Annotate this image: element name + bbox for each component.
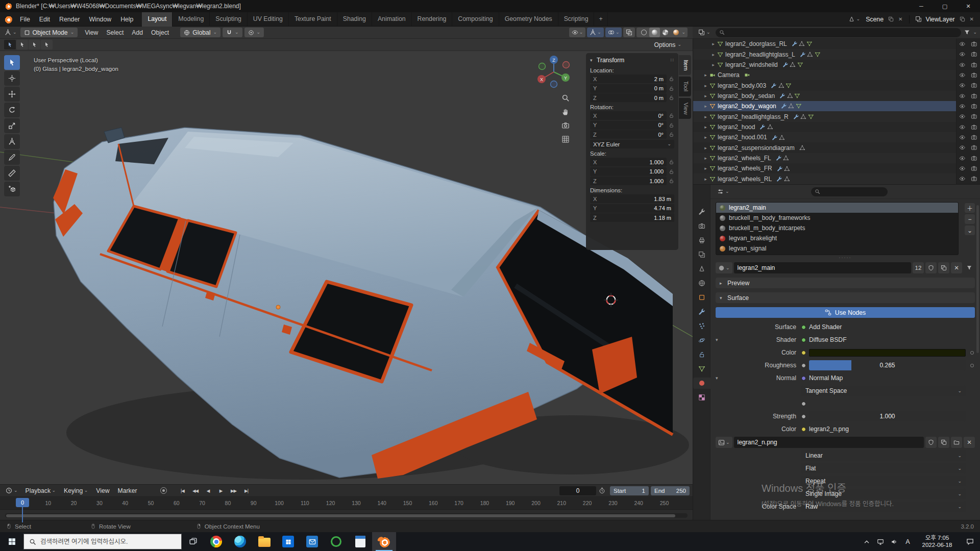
menu-window[interactable]: Window bbox=[84, 16, 116, 23]
new-image-button[interactable] bbox=[938, 437, 949, 448]
disable-in-renders-toggle[interactable] bbox=[968, 176, 980, 182]
nav-pan-button[interactable] bbox=[561, 108, 570, 116]
hide-in-viewport-toggle[interactable] bbox=[957, 51, 968, 58]
surface-shader-selector[interactable]: Add Shader bbox=[801, 323, 966, 331]
material-name-field[interactable]: legran2_main bbox=[734, 262, 911, 273]
disable-in-renders-toggle[interactable] bbox=[968, 113, 980, 120]
taskbar-app-blender[interactable] bbox=[372, 532, 396, 551]
source-dropdown[interactable]: Single Image ⌄ bbox=[801, 489, 966, 499]
tool-transform-button[interactable] bbox=[4, 134, 20, 149]
lock-toggle[interactable] bbox=[669, 169, 674, 174]
nav-camera-button[interactable] bbox=[561, 121, 570, 130]
transport-play-reverse-button[interactable]: ◀ bbox=[202, 486, 214, 495]
taskbar-clock[interactable]: 오후 7:05 2022-06-18 bbox=[915, 535, 960, 548]
hide-in-viewport-toggle[interactable] bbox=[957, 103, 968, 110]
outliner-item[interactable]: ▸legran2_doorglass_RL bbox=[693, 39, 980, 49]
shading-rendered-button[interactable] bbox=[671, 28, 681, 37]
tool-move-button[interactable] bbox=[4, 87, 20, 102]
expand-arrow-icon[interactable]: ▸ bbox=[710, 41, 716, 46]
use-nodes-button[interactable]: Use Nodes bbox=[716, 307, 975, 318]
expand-arrow-icon[interactable]: ▸ bbox=[703, 177, 708, 182]
hide-in-viewport-toggle[interactable] bbox=[957, 144, 968, 151]
minimize-button[interactable]: ─ bbox=[910, 0, 933, 12]
sidebar-tab-tool[interactable]: Tool bbox=[679, 77, 691, 96]
menu-help[interactable]: Help bbox=[116, 16, 138, 23]
expand-arrow-icon[interactable]: ▸ bbox=[710, 52, 716, 57]
expand-arrow-icon[interactable]: ▸ bbox=[703, 104, 708, 109]
options-dropdown[interactable]: Options ⌄ bbox=[654, 41, 689, 48]
transport-play-button[interactable]: ▶ bbox=[214, 486, 227, 495]
lock-toggle[interactable] bbox=[669, 76, 674, 82]
material-slot[interactable]: bruckell_m_body_frameworks bbox=[716, 213, 958, 223]
workspace-tab-animation[interactable]: Animation bbox=[372, 12, 412, 27]
workspace-tab-texture-paint[interactable]: Texture Paint bbox=[289, 12, 337, 27]
expand-arrow-icon[interactable]: ▸ bbox=[703, 93, 708, 98]
nav-grid-button[interactable] bbox=[561, 135, 570, 143]
properties-tab-tool[interactable] bbox=[694, 206, 709, 217]
disable-in-renders-toggle[interactable] bbox=[968, 134, 980, 141]
overlays-dropdown[interactable]: ⌄ bbox=[605, 28, 622, 37]
normal-color-selector[interactable]: legran2_n.png bbox=[801, 425, 966, 433]
lock-toggle[interactable] bbox=[669, 95, 674, 101]
blender-menu-icon[interactable] bbox=[4, 15, 12, 23]
workspace-tab-uv-editing[interactable]: UV Editing bbox=[248, 12, 289, 27]
timeline-menu-marker[interactable]: Marker bbox=[114, 485, 141, 497]
projection-dropdown[interactable]: Flat ⌄ bbox=[801, 463, 966, 473]
expand-arrow-icon[interactable]: ▸ bbox=[703, 124, 708, 130]
timeline-scrollbar[interactable] bbox=[5, 513, 688, 518]
normal-space-dropdown[interactable]: Tangent Space ⌄ bbox=[801, 386, 966, 396]
menu-edit[interactable]: Edit bbox=[35, 16, 55, 23]
editor-type-3d-viewport-button[interactable]: ⌄ bbox=[2, 29, 19, 36]
hide-in-viewport-toggle[interactable] bbox=[957, 165, 968, 172]
tool-select-box-button[interactable] bbox=[4, 55, 20, 70]
properties-tab-constraints[interactable] bbox=[694, 349, 709, 360]
xray-toggle[interactable] bbox=[623, 28, 635, 37]
image-name-field[interactable]: legran2_n.png bbox=[734, 437, 924, 448]
taskbar-app-edge[interactable] bbox=[228, 532, 252, 551]
transform-panel-header[interactable]: ▾ Transform ⁝⁝ bbox=[590, 55, 674, 65]
tool-cursor-button[interactable] bbox=[4, 71, 20, 86]
properties-tab-output[interactable] bbox=[694, 235, 709, 246]
tool-annotate-button[interactable] bbox=[4, 150, 20, 165]
list-resize-grip[interactable]: ∙∙∙∙∙ bbox=[716, 255, 975, 260]
add-slot-button[interactable]: ＋ bbox=[965, 203, 975, 213]
properties-tab-scene[interactable] bbox=[694, 263, 709, 274]
unlink-image-button[interactable]: ✕ bbox=[964, 437, 975, 448]
proportional-editing-dropdown[interactable]: ⌄ bbox=[244, 28, 264, 37]
expand-arrow-icon[interactable]: ▸ bbox=[703, 145, 708, 151]
properties-tab-texture[interactable] bbox=[694, 392, 709, 403]
unlink-material-button[interactable]: ✕ bbox=[951, 262, 962, 273]
transform-dimensions-y-field[interactable]: Y4.74 m bbox=[590, 204, 674, 213]
tool-scale-button[interactable] bbox=[4, 118, 20, 133]
transform-location-y-field[interactable]: Y0 m bbox=[590, 84, 667, 93]
disable-in-renders-toggle[interactable] bbox=[968, 165, 980, 172]
timeline-menu-playback[interactable]: Playback ⌄ bbox=[21, 485, 60, 497]
fake-user-button[interactable] bbox=[925, 262, 937, 273]
transform-scale-x-field[interactable]: X1.000 bbox=[590, 158, 667, 166]
shading-solid-button[interactable] bbox=[649, 28, 660, 37]
taskbar-app-chrome[interactable] bbox=[204, 532, 228, 551]
expand-arrow-icon[interactable]: ▸ bbox=[710, 62, 716, 67]
shading-material-button[interactable] bbox=[660, 28, 671, 37]
select-mode-extend-button[interactable] bbox=[16, 40, 28, 49]
transport-jump-to-start-button[interactable]: |◀ bbox=[176, 486, 188, 495]
properties-tab-render[interactable] bbox=[694, 220, 709, 232]
browse-image-button[interactable]: ⌄ bbox=[716, 437, 732, 448]
material-slot[interactable]: legvan_brakelight bbox=[716, 233, 958, 243]
transform-scale-z-field[interactable]: Z1.000 bbox=[590, 177, 667, 185]
shading-wireframe-button[interactable] bbox=[639, 28, 649, 37]
workspace-tab-modeling[interactable]: Modeling bbox=[173, 12, 210, 27]
remove-viewlayer-button[interactable]: ✕ bbox=[969, 16, 975, 22]
workspace-tab-sculpting[interactable]: Sculpting bbox=[210, 12, 248, 27]
transform-rotation-z-field[interactable]: Z0° bbox=[590, 130, 667, 139]
tray-expand-button[interactable] bbox=[860, 532, 873, 551]
properties-search-input[interactable] bbox=[811, 187, 888, 196]
viewport-menu-add[interactable]: Add bbox=[128, 27, 147, 39]
menu-file[interactable]: File bbox=[15, 16, 35, 23]
current-frame-field[interactable]: 0 bbox=[559, 486, 596, 495]
transport-next-keyframe-button[interactable]: ▶▶ bbox=[227, 486, 239, 495]
scrollbar-thumb[interactable] bbox=[6, 514, 675, 517]
decorator-icon[interactable] bbox=[970, 351, 974, 355]
workspace-tab-scripting[interactable]: Scripting bbox=[558, 12, 595, 27]
display-tray-icon[interactable] bbox=[873, 532, 887, 551]
